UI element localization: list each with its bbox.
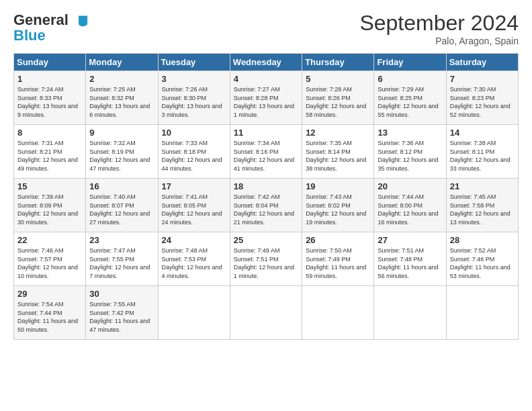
day-number: 6 bbox=[378, 74, 442, 84]
day-header-saturday: Saturday bbox=[446, 54, 518, 71]
calendar-cell: 12 Sunrise: 7:35 AMSunset: 8:14 PMDaylig… bbox=[302, 125, 374, 179]
cell-text: Sunrise: 7:29 AMSunset: 8:25 PMDaylight:… bbox=[378, 86, 438, 118]
calendar-cell: 6 Sunrise: 7:29 AMSunset: 8:25 PMDayligh… bbox=[374, 71, 446, 125]
day-number: 4 bbox=[234, 74, 298, 84]
cell-text: Sunrise: 7:33 AMSunset: 8:18 PMDaylight:… bbox=[162, 140, 222, 172]
cell-text: Sunrise: 7:31 AMSunset: 8:21 PMDaylight:… bbox=[17, 140, 78, 172]
calendar-cell: 25 Sunrise: 7:49 AMSunset: 7:51 PMDaylig… bbox=[230, 232, 302, 286]
day-header-sunday: Sunday bbox=[14, 54, 86, 71]
day-number: 7 bbox=[450, 74, 515, 84]
day-number: 14 bbox=[450, 128, 515, 138]
calendar-cell bbox=[158, 286, 230, 340]
day-number: 18 bbox=[234, 181, 298, 191]
day-number: 12 bbox=[306, 128, 370, 138]
location: Palo, Aragon, Spain bbox=[359, 36, 519, 46]
calendar-cell: 20 Sunrise: 7:44 AMSunset: 8:00 PMDaylig… bbox=[374, 179, 446, 232]
calendar-table: SundayMondayTuesdayWednesdayThursdayFrid… bbox=[13, 53, 519, 340]
day-header-thursday: Thursday bbox=[302, 54, 374, 71]
day-number: 8 bbox=[17, 128, 82, 138]
calendar-cell: 13 Sunrise: 7:36 AMSunset: 8:12 PMDaylig… bbox=[374, 125, 446, 179]
calendar-cell: 22 Sunrise: 7:46 AMSunset: 7:57 PMDaylig… bbox=[14, 232, 86, 286]
cell-text: Sunrise: 7:47 AMSunset: 7:55 PMDaylight:… bbox=[89, 247, 150, 279]
cell-text: Sunrise: 7:45 AMSunset: 7:58 PMDaylight:… bbox=[450, 193, 511, 226]
calendar-cell: 1 Sunrise: 7:24 AMSunset: 8:33 PMDayligh… bbox=[14, 71, 86, 125]
page-header: General Blue September 2024 Palo, Aragon… bbox=[13, 11, 519, 46]
cell-text: Sunrise: 7:28 AMSunset: 8:26 PMDaylight:… bbox=[306, 86, 366, 118]
day-number: 2 bbox=[89, 74, 154, 84]
month-title: September 2024 bbox=[359, 11, 519, 36]
cell-text: Sunrise: 7:50 AMSunset: 7:49 PMDaylight:… bbox=[306, 247, 366, 279]
calendar-cell: 2 Sunrise: 7:25 AMSunset: 8:32 PMDayligh… bbox=[86, 71, 158, 125]
cell-text: Sunrise: 7:36 AMSunset: 8:12 PMDaylight:… bbox=[378, 140, 438, 172]
day-number: 1 bbox=[17, 74, 82, 84]
cell-text: Sunrise: 7:49 AMSunset: 7:51 PMDaylight:… bbox=[234, 247, 294, 279]
day-number: 27 bbox=[378, 235, 442, 245]
calendar-cell: 10 Sunrise: 7:33 AMSunset: 8:18 PMDaylig… bbox=[158, 125, 230, 179]
calendar-cell: 9 Sunrise: 7:32 AMSunset: 8:19 PMDayligh… bbox=[86, 125, 158, 179]
day-number: 26 bbox=[306, 235, 370, 245]
day-number: 22 bbox=[17, 235, 82, 245]
cell-text: Sunrise: 7:24 AMSunset: 8:33 PMDaylight:… bbox=[17, 86, 78, 118]
cell-text: Sunrise: 7:35 AMSunset: 8:14 PMDaylight:… bbox=[306, 140, 366, 172]
logo-text: General bbox=[13, 12, 69, 28]
calendar-cell: 23 Sunrise: 7:47 AMSunset: 7:55 PMDaylig… bbox=[86, 232, 158, 286]
day-header-wednesday: Wednesday bbox=[230, 54, 302, 71]
cell-text: Sunrise: 7:54 AMSunset: 7:44 PMDaylight:… bbox=[17, 301, 78, 333]
calendar-cell bbox=[446, 286, 518, 340]
logo: General Blue bbox=[13, 11, 89, 44]
calendar-cell: 19 Sunrise: 7:43 AMSunset: 8:02 PMDaylig… bbox=[302, 179, 374, 232]
calendar-cell: 15 Sunrise: 7:39 AMSunset: 8:09 PMDaylig… bbox=[14, 179, 86, 232]
cell-text: Sunrise: 7:52 AMSunset: 7:46 PMDaylight:… bbox=[450, 247, 511, 279]
day-number: 29 bbox=[17, 289, 82, 299]
day-number: 15 bbox=[17, 181, 82, 191]
calendar-cell: 29 Sunrise: 7:54 AMSunset: 7:44 PMDaylig… bbox=[14, 286, 86, 340]
calendar-cell: 26 Sunrise: 7:50 AMSunset: 7:49 PMDaylig… bbox=[302, 232, 374, 286]
day-number: 28 bbox=[450, 235, 515, 245]
calendar-cell: 16 Sunrise: 7:40 AMSunset: 8:07 PMDaylig… bbox=[86, 179, 158, 232]
cell-text: Sunrise: 7:43 AMSunset: 8:02 PMDaylight:… bbox=[306, 193, 366, 226]
calendar-cell: 30 Sunrise: 7:55 AMSunset: 7:42 PMDaylig… bbox=[86, 286, 158, 340]
calendar-cell: 28 Sunrise: 7:52 AMSunset: 7:46 PMDaylig… bbox=[446, 232, 518, 286]
cell-text: Sunrise: 7:32 AMSunset: 8:19 PMDaylight:… bbox=[89, 140, 150, 172]
cell-text: Sunrise: 7:48 AMSunset: 7:53 PMDaylight:… bbox=[162, 247, 222, 279]
day-number: 5 bbox=[306, 74, 370, 84]
cell-text: Sunrise: 7:42 AMSunset: 8:04 PMDaylight:… bbox=[234, 193, 294, 226]
day-number: 3 bbox=[162, 74, 226, 84]
day-number: 17 bbox=[162, 181, 226, 191]
cell-text: Sunrise: 7:38 AMSunset: 8:11 PMDaylight:… bbox=[450, 140, 511, 172]
calendar-cell: 14 Sunrise: 7:38 AMSunset: 8:11 PMDaylig… bbox=[446, 125, 518, 179]
day-header-monday: Monday bbox=[86, 54, 158, 71]
cell-text: Sunrise: 7:55 AMSunset: 7:42 PMDaylight:… bbox=[89, 301, 150, 333]
day-number: 16 bbox=[89, 181, 154, 191]
day-number: 25 bbox=[234, 235, 298, 245]
calendar-cell: 5 Sunrise: 7:28 AMSunset: 8:26 PMDayligh… bbox=[302, 71, 374, 125]
day-number: 13 bbox=[378, 128, 442, 138]
day-number: 23 bbox=[89, 235, 154, 245]
calendar-cell: 8 Sunrise: 7:31 AMSunset: 8:21 PMDayligh… bbox=[14, 125, 86, 179]
calendar-cell: 18 Sunrise: 7:42 AMSunset: 8:04 PMDaylig… bbox=[230, 179, 302, 232]
calendar-cell: 21 Sunrise: 7:45 AMSunset: 7:58 PMDaylig… bbox=[446, 179, 518, 232]
calendar-cell: 27 Sunrise: 7:51 AMSunset: 7:48 PMDaylig… bbox=[374, 232, 446, 286]
day-header-friday: Friday bbox=[374, 54, 446, 71]
calendar-cell bbox=[374, 286, 446, 340]
day-number: 24 bbox=[162, 235, 226, 245]
cell-text: Sunrise: 7:41 AMSunset: 8:05 PMDaylight:… bbox=[162, 193, 222, 226]
cell-text: Sunrise: 7:46 AMSunset: 7:57 PMDaylight:… bbox=[17, 247, 78, 279]
cell-text: Sunrise: 7:39 AMSunset: 8:09 PMDaylight:… bbox=[17, 193, 78, 226]
calendar-cell: 4 Sunrise: 7:27 AMSunset: 8:28 PMDayligh… bbox=[230, 71, 302, 125]
day-number: 19 bbox=[306, 181, 370, 191]
cell-text: Sunrise: 7:27 AMSunset: 8:28 PMDaylight:… bbox=[234, 86, 294, 118]
day-number: 9 bbox=[89, 128, 154, 138]
cell-text: Sunrise: 7:30 AMSunset: 8:23 PMDaylight:… bbox=[450, 86, 511, 118]
day-number: 10 bbox=[162, 128, 226, 138]
cell-text: Sunrise: 7:40 AMSunset: 8:07 PMDaylight:… bbox=[89, 193, 150, 226]
calendar-cell: 3 Sunrise: 7:26 AMSunset: 8:30 PMDayligh… bbox=[158, 71, 230, 125]
cell-text: Sunrise: 7:25 AMSunset: 8:32 PMDaylight:… bbox=[89, 86, 150, 118]
title-block: September 2024 Palo, Aragon, Spain bbox=[359, 11, 519, 46]
calendar-cell: 17 Sunrise: 7:41 AMSunset: 8:05 PMDaylig… bbox=[158, 179, 230, 232]
calendar-cell: 24 Sunrise: 7:48 AMSunset: 7:53 PMDaylig… bbox=[158, 232, 230, 286]
calendar-cell bbox=[230, 286, 302, 340]
cell-text: Sunrise: 7:26 AMSunset: 8:30 PMDaylight:… bbox=[162, 86, 222, 118]
calendar-cell bbox=[302, 286, 374, 340]
day-number: 20 bbox=[378, 181, 442, 191]
